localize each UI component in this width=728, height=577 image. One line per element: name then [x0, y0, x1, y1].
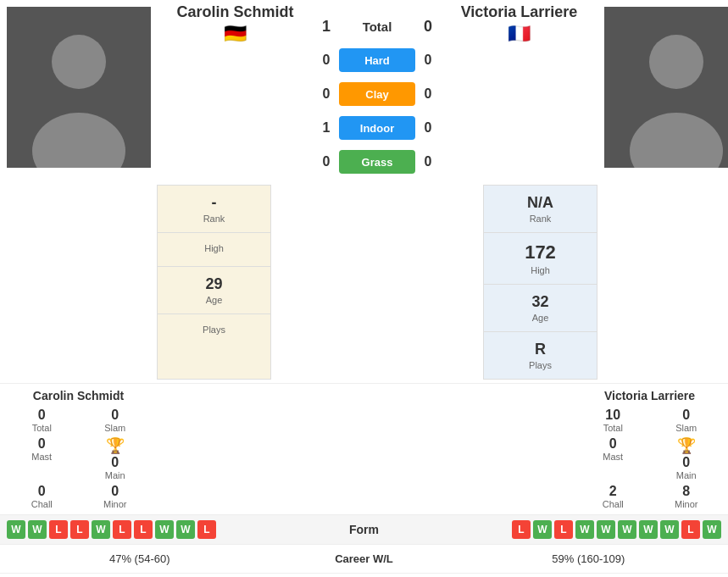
right-minor-stat: 8 Minor — [652, 484, 722, 509]
right-slam-stat: 0 Slam — [652, 408, 722, 433]
left-chall-stat: 0 Chall — [7, 484, 77, 509]
left-form-badge-0: W — [7, 520, 25, 539]
top-row: Carolin Schmidt 🇩🇪 1 Total 0 0 Hard — [0, 0, 728, 383]
left-high-label: High — [164, 243, 264, 253]
left-form-badge-3: L — [70, 520, 89, 539]
right-career-wl: 59% (160-109) — [449, 545, 729, 573]
left-plays-label: Plays — [164, 325, 264, 335]
right-age-label: Age — [491, 313, 590, 323]
left-form-badge-2: L — [49, 520, 68, 539]
right-player-photo-box — [597, 0, 728, 383]
right-player-photo — [604, 7, 728, 168]
right-form-badges: L W L W W W W W L W — [449, 520, 722, 539]
ytd-wl-row: 0% (0-0) YTD W/L 0% (0-0) — [0, 574, 728, 577]
right-form-badge-5: W — [618, 520, 636, 539]
form-row: W W L L W L L W W L Form L W L W W W W W… — [0, 514, 728, 545]
left-high-cell: High — [158, 233, 270, 267]
career-wl-label: Career W/L — [280, 545, 449, 573]
right-grass-score: 0 — [415, 154, 441, 169]
right-plays-value: R — [491, 341, 590, 358]
center-box: Carolin Schmidt 🇩🇪 1 Total 0 0 Hard — [157, 0, 597, 383]
left-form-badge-5: L — [113, 520, 131, 539]
left-grass-score: 0 — [314, 154, 339, 169]
right-plays-label: Plays — [491, 360, 590, 370]
right-total-score: 0 — [415, 18, 441, 36]
right-high-value: 172 — [491, 241, 590, 264]
left-clay-score: 0 — [314, 86, 339, 102]
left-age-cell: 29 Age — [158, 267, 270, 314]
total-score-row: 1 Total 0 — [314, 12, 441, 41]
right-form-badge-1: W — [533, 520, 552, 539]
grass-score-row: 0 Grass 0 — [314, 147, 441, 176]
left-trophy-icon: 🏆 — [106, 436, 125, 455]
right-rank-value: N/A — [491, 194, 590, 212]
left-minor-stat: 0 Minor — [81, 484, 151, 509]
right-high-label: High — [491, 265, 590, 275]
right-trophy-icon: 🏆 — [677, 436, 696, 455]
right-form-badge-9: W — [703, 520, 721, 539]
left-plays-cell: Plays — [158, 314, 270, 343]
right-form-badge-6: W — [639, 520, 658, 539]
left-stats-grid: 0 Total 0 Slam 0 Mast 🏆 0 Main 0 — [7, 408, 150, 509]
right-plays-cell: R Plays — [484, 332, 597, 379]
indoor-surface-btn[interactable]: Indoor — [339, 116, 415, 140]
right-clay-score: 0 — [415, 86, 441, 102]
left-player-photo — [7, 7, 151, 168]
right-player-stats-name: Victoria Larriere — [578, 389, 721, 402]
left-form-badge-4: W — [92, 520, 110, 539]
left-age-label: Age — [164, 295, 264, 305]
right-age-cell: 32 Age — [484, 285, 597, 332]
clay-surface-btn[interactable]: Clay — [339, 82, 415, 106]
hard-surface-btn[interactable]: Hard — [339, 48, 415, 72]
left-mast-stat: 0 Mast — [7, 436, 77, 480]
right-player-stats: Victoria Larriere 10 Total 0 Slam 0 Mast… — [571, 384, 728, 514]
right-mast-stat: 0 Mast — [578, 436, 648, 480]
right-total-stat: 10 Total — [578, 408, 648, 433]
left-player-stats-name: Carolin Schmidt — [7, 389, 150, 402]
left-total-score: 1 — [314, 18, 339, 36]
left-hard-score: 0 — [314, 53, 339, 68]
right-form-badge-3: W — [575, 520, 594, 539]
left-player-stats: Carolin Schmidt 0 Total 0 Slam 0 Mast 🏆 … — [0, 384, 157, 514]
hard-score-row: 0 Hard 0 — [314, 46, 441, 75]
right-info-box: N/A Rank 172 High 32 Age R Plays — [483, 185, 597, 380]
right-form-badge-2: L — [554, 520, 573, 539]
bottom-stats: 47% (54-60) Career W/L 59% (160-109) 0% … — [0, 545, 728, 577]
ytd-wl-label: YTD W/L — [280, 574, 449, 577]
right-ytd-wl: 0% (0-0) — [449, 574, 729, 577]
clay-score-row: 0 Clay 0 — [314, 80, 441, 108]
left-form-badges: W W L L W L L W W L — [7, 520, 280, 539]
career-wl-row: 47% (54-60) Career W/L 59% (160-109) — [0, 545, 728, 574]
right-form-badge-4: W — [597, 520, 615, 539]
right-age-value: 32 — [491, 293, 590, 311]
grass-surface-btn[interactable]: Grass — [339, 150, 415, 174]
right-stats-grid: 10 Total 0 Slam 0 Mast 🏆 0 Main 2 — [578, 408, 721, 509]
right-rank-cell: N/A Rank — [484, 186, 597, 233]
indoor-score-row: 1 Indoor 0 — [314, 114, 441, 142]
player-names-stats-row: Carolin Schmidt 0 Total 0 Slam 0 Mast 🏆 … — [0, 383, 728, 514]
right-high-cell: 172 High — [484, 233, 597, 285]
center-spacer — [157, 384, 571, 514]
left-form-badge-6: L — [134, 520, 153, 539]
right-rank-label: Rank — [491, 214, 590, 224]
total-label: Total — [339, 19, 415, 34]
left-player-photo-box — [0, 0, 157, 383]
left-flag: 🇩🇪 — [157, 23, 314, 45]
left-form-badge-8: W — [176, 520, 195, 539]
right-indoor-score: 0 — [415, 120, 441, 136]
left-rank-label: Rank — [164, 214, 264, 224]
left-career-wl: 47% (54-60) — [0, 545, 280, 573]
left-form-badge-1: W — [28, 520, 47, 539]
right-form-badge-0: L — [512, 520, 531, 539]
svg-point-1 — [52, 35, 106, 89]
left-name: Carolin Schmidt — [157, 3, 314, 21]
left-slam-stat: 0 Slam — [81, 408, 151, 433]
left-form-badge-7: W — [155, 520, 174, 539]
right-chall-stat: 2 Chall — [578, 484, 648, 509]
left-indoor-score: 1 — [314, 120, 339, 136]
page-container: Carolin Schmidt 🇩🇪 1 Total 0 0 Hard — [0, 0, 728, 577]
left-player-name-header: Carolin Schmidt 🇩🇪 — [157, 3, 314, 181]
left-main-stat: 🏆 0 Main — [81, 436, 151, 480]
right-flag: 🇫🇷 — [441, 23, 597, 45]
form-label: Form — [280, 523, 449, 536]
